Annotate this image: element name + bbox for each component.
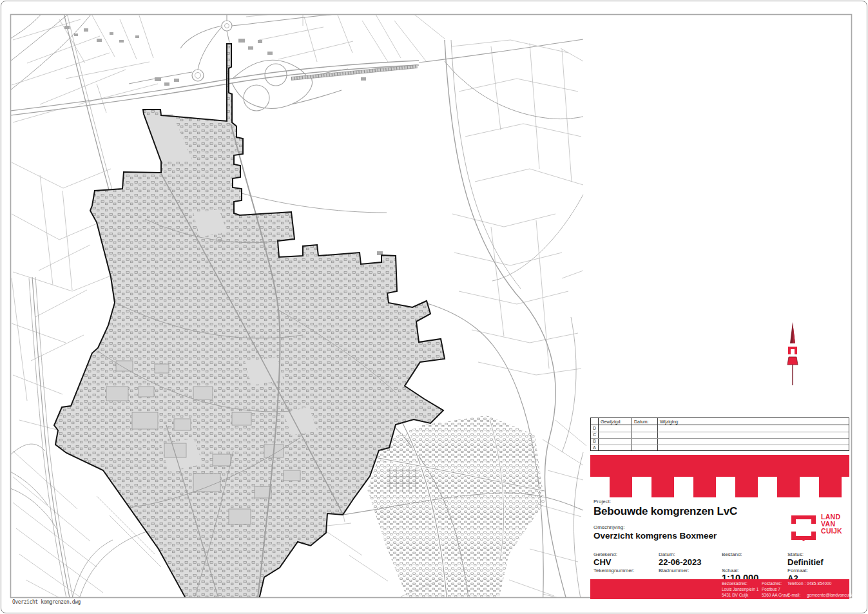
title-block-header-bar	[590, 455, 849, 477]
logo-wordmark: LAND VAN CUIJK	[821, 513, 842, 534]
revision-row-letter: B	[591, 439, 598, 443]
title-block: Project: Bebouwde komgrenzen LvC Omschri…	[590, 455, 849, 599]
email-value: gemeente@landvancuijk.nl	[807, 593, 857, 597]
castle-bracket-icon	[790, 514, 817, 541]
revision-row-letter: D	[591, 426, 598, 430]
formaat-label: Formaat:	[787, 568, 808, 573]
revision-table-header	[591, 418, 849, 425]
tekeningnummer-label: Tekeningnummer:	[593, 568, 635, 573]
getekend-value: CHV	[593, 557, 611, 567]
postadres-line2: 5360 AA Grave	[762, 593, 790, 597]
telefoon-value: 0485-854000	[807, 581, 831, 586]
bladnummer-label: Bladnummer:	[659, 568, 690, 573]
revision-row-letter: A	[591, 445, 598, 450]
omschrijving-value: Overzicht komgrens Boxmeer	[593, 531, 717, 541]
project-title: Bebouwde komgrenzen LvC	[593, 505, 737, 518]
bezoekadres-line2: 5431 BV Cuijk	[722, 593, 748, 597]
col-gewijzigd-label: Gewijzigd:	[601, 419, 621, 424]
email-label: E-mail:	[787, 593, 800, 597]
datum-label: Datum:	[659, 552, 675, 557]
omschrijving-label: Omschrijving:	[593, 524, 624, 530]
postadres-line1: Postbus 7	[762, 587, 780, 591]
north-arrow-icon	[787, 322, 798, 385]
project-label: Project:	[593, 499, 611, 504]
bezoekadres-line1: Louis Jansenplein 1	[722, 587, 758, 591]
getekend-label: Getekend:	[593, 552, 617, 557]
dwg-filename-label: Overzicht komgrenzen.dwg	[12, 599, 81, 605]
bestand-label: Bestand:	[722, 552, 742, 557]
bezoekadres-label: Bezoekadres:	[722, 581, 747, 586]
status-value: Definitief	[787, 557, 824, 567]
revision-table: Gewijzigd: Datum: Wijziging: D C B A	[590, 417, 849, 451]
plot-page: Overzicht komgrenzen.dwg Gewijzigd: Datu…	[0, 0, 868, 614]
revision-row-letter: C	[591, 432, 598, 437]
postadres-label: Postadres:	[762, 581, 782, 586]
railway-band	[291, 65, 418, 81]
col-wijziging-label: Wijziging:	[660, 419, 679, 424]
telefoon-label: Telefoon :	[787, 581, 805, 586]
col-datum-label: Datum:	[634, 419, 649, 424]
datum-value: 22-06-2023	[659, 557, 702, 567]
title-block-footer-bar: Bezoekadres: Louis Jansenplein 1 5431 BV…	[590, 579, 849, 599]
status-label: Status:	[787, 552, 804, 557]
